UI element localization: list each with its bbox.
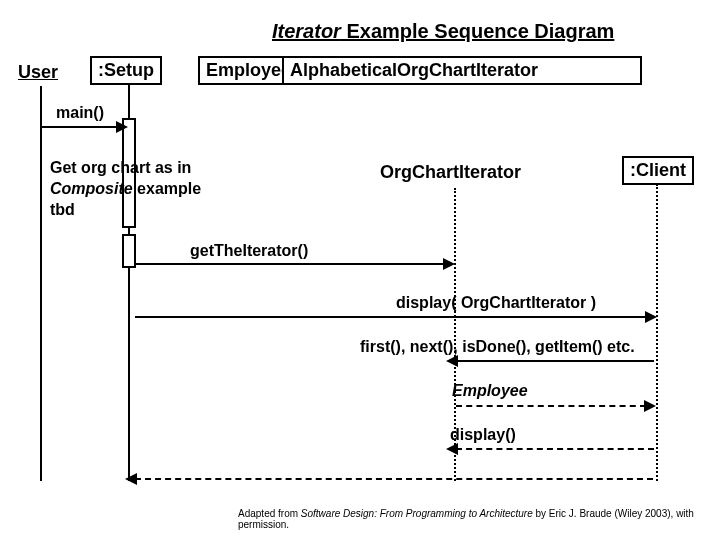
participant-client: :Client [622, 156, 694, 185]
arrow-getiter [135, 263, 445, 265]
actor-user: User [18, 62, 58, 83]
label-getiter: getTheIterator() [190, 242, 308, 260]
participant-setup: :Setup [90, 56, 162, 85]
arrow-return-final [135, 478, 653, 480]
label-employee-return: Employee [452, 382, 528, 400]
arrow-display2-head [446, 443, 458, 455]
arrow-main [42, 126, 118, 128]
arrow-return-final-head [125, 473, 137, 485]
arrow-main-head [116, 121, 128, 133]
arrow-display1 [135, 316, 647, 318]
lifeline-client [656, 184, 658, 481]
label-display2: display() [450, 426, 516, 444]
arrow-employee-return [456, 405, 646, 407]
label-methods: first(), next(), isDone(), getItem() etc… [360, 338, 635, 356]
note-line2: Composite example [50, 179, 230, 200]
arrow-getiter-head [443, 258, 455, 270]
arrow-methods [456, 360, 654, 362]
diagram-title: Iterator Example Sequence Diagram [272, 20, 614, 43]
note-composite: Get org chart as in Composite example tb… [50, 158, 230, 220]
arrow-display1-head [645, 311, 657, 323]
participant-alpha: AlphabeticalOrgChartIterator [282, 56, 642, 85]
arrow-employee-return-head [644, 400, 656, 412]
arrow-methods-head [446, 355, 458, 367]
lifeline-user [40, 86, 42, 481]
label-main: main() [56, 104, 104, 122]
activation-setup-2 [122, 234, 136, 268]
arrow-display2 [456, 448, 654, 450]
title-text: Iterator Example Sequence Diagram [272, 20, 614, 42]
note-line1: Get org chart as in [50, 158, 230, 179]
footer-attribution: Adapted from Software Design: From Progr… [238, 508, 720, 530]
participant-orgchart: OrgChartIterator [380, 162, 521, 183]
note-line3: tbd [50, 200, 230, 221]
label-display1: display( OrgChartIterator ) [396, 294, 596, 312]
